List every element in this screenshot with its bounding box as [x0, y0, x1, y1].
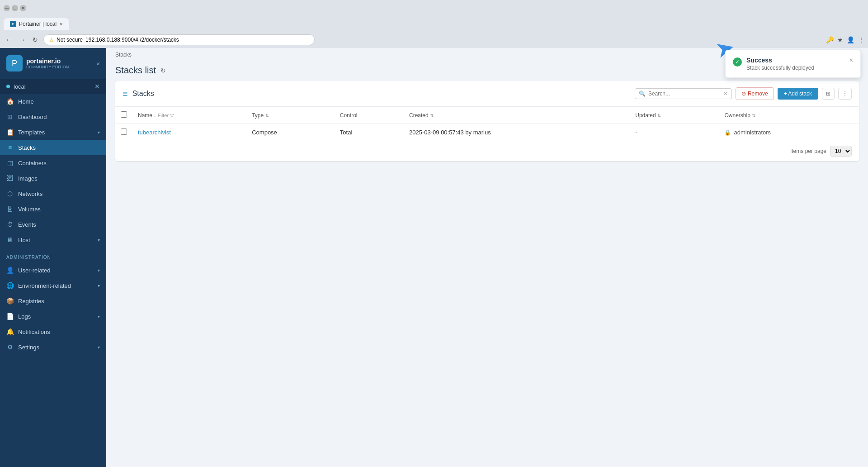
sidebar-item-registries[interactable]: 📦 Registries	[0, 293, 106, 309]
sidebar-item-networks-label: Networks	[18, 191, 100, 197]
toast-close-button[interactable]: ×	[849, 57, 853, 64]
name-filter-button[interactable]: Filter ▽	[158, 113, 174, 119]
sidebar-item-volumes[interactable]: 🗄 Volumes	[0, 201, 106, 217]
environment-icon: 🌐	[6, 282, 14, 289]
more-options-button[interactable]: ⋮	[838, 88, 852, 100]
row-ownership-cell: 🔒 administrators	[719, 124, 859, 141]
stack-name-link[interactable]: tubearchivist	[138, 129, 171, 136]
table-body: tubearchivist Compose Total 2025-03-09 0…	[115, 124, 859, 141]
host-chevron-icon: ▾	[98, 238, 100, 243]
logs-chevron-icon: ▾	[98, 314, 100, 319]
search-clear-icon[interactable]: ✕	[723, 91, 728, 97]
events-icon: ⏱	[6, 221, 14, 228]
logo-subtext: COMMUNITY EDITION	[26, 65, 69, 69]
sidebar-collapse-button[interactable]: «	[96, 60, 100, 67]
th-created-label: Created	[409, 112, 429, 119]
sidebar: P portainer.io COMMUNITY EDITION « local…	[0, 48, 106, 467]
add-stack-button[interactable]: + Add stack	[778, 88, 818, 100]
toast-success-icon: ✓	[733, 57, 742, 67]
sidebar-item-logs[interactable]: 📄 Logs ▾	[0, 309, 106, 324]
sidebar-item-images[interactable]: 🖼 Images	[0, 171, 106, 186]
address-input[interactable]: ⚠ Not secure 192.168.0.188:9000/#!/2/doc…	[43, 34, 315, 45]
sidebar-logo: P portainer.io COMMUNITY EDITION «	[0, 48, 106, 79]
tab-close-icon[interactable]: ✕	[59, 22, 63, 27]
updated-sort-icon[interactable]: ⇅	[657, 113, 661, 118]
window-controls[interactable]: — □ ✕	[4, 5, 26, 11]
sidebar-item-notifications[interactable]: 🔔 Notifications	[0, 324, 106, 339]
row-checkbox-cell	[115, 124, 132, 141]
logs-icon: 📄	[6, 313, 14, 320]
env-close-button[interactable]: ✕	[94, 83, 100, 90]
home-icon: 🏠	[6, 98, 14, 105]
sidebar-item-dashboard[interactable]: ⊞ Dashboard	[0, 109, 106, 124]
sidebar-item-containers[interactable]: ◫ Containers	[0, 155, 106, 171]
stacks-table-card: ≡ Stacks 🔍 ✕ ⊖ Remove	[115, 81, 859, 161]
forward-button[interactable]: →	[17, 34, 27, 45]
reload-button[interactable]: ↻	[31, 34, 40, 45]
profile-icon[interactable]: 👤	[847, 36, 854, 43]
sidebar-item-host[interactable]: 🖥 Host ▾	[0, 232, 106, 248]
sidebar-item-stacks[interactable]: ≡ Stacks	[0, 140, 106, 155]
ownership-sort-icon[interactable]: ⇅	[752, 113, 755, 118]
items-per-page-select[interactable]: 10 25 50	[830, 146, 852, 157]
settings-chevron-icon: ▾	[98, 345, 100, 350]
sidebar-item-logs-label: Logs	[18, 313, 93, 320]
success-toast: ✓ Success Stack successfully deployed ×	[725, 50, 861, 78]
column-settings-button[interactable]: ⊞	[822, 88, 835, 100]
sidebar-item-settings[interactable]: ⚙ Settings ▾	[0, 339, 106, 355]
app-container: P portainer.io COMMUNITY EDITION « local…	[0, 48, 868, 467]
row-name-cell: tubearchivist	[132, 124, 246, 141]
type-sort-icon[interactable]: ⇅	[265, 113, 269, 118]
address-bar: ← → ↻ ⚠ Not secure 192.168.0.188:9000/#!…	[0, 32, 868, 48]
row-control-cell: Total	[335, 124, 404, 141]
th-checkbox	[115, 107, 132, 124]
th-name: Name ↓ Filter ▽	[132, 107, 246, 124]
search-box[interactable]: 🔍 ✕	[635, 88, 732, 99]
sidebar-item-templates[interactable]: 📋 Templates ▾	[0, 124, 106, 140]
tab-title: Portainer | local	[19, 21, 57, 27]
containers-icon: ◫	[6, 159, 14, 167]
sidebar-item-volumes-label: Volumes	[18, 206, 100, 213]
user-related-icon: 👤	[6, 267, 14, 274]
search-input[interactable]	[648, 91, 721, 97]
refresh-button[interactable]: ↻	[160, 67, 166, 74]
sidebar-item-registries-label: Registries	[18, 298, 100, 305]
stacks-data-table: Name ↓ Filter ▽ Type ⇅ Control	[115, 107, 859, 141]
name-sort-icon[interactable]: ↓	[154, 113, 156, 118]
row-checkbox[interactable]	[121, 129, 127, 135]
ownership-icon: 🔒	[724, 129, 731, 136]
th-control: Control	[335, 107, 404, 124]
tab-bar: P Portainer | local ✕	[0, 16, 868, 32]
select-all-checkbox[interactable]	[121, 111, 127, 118]
created-sort-icon[interactable]: ⇅	[430, 113, 434, 118]
row-created-cell: 2025-03-09 00:57:43 by marius	[404, 124, 630, 141]
dashboard-icon: ⊞	[6, 113, 14, 120]
sidebar-item-containers-label: Containers	[18, 160, 100, 167]
items-per-page-label: Items per page	[790, 148, 826, 154]
address-actions: 🔑 ★ 👤 ⋮	[826, 36, 864, 43]
toast-container: ✓ Success Stack successfully deployed ×	[725, 50, 861, 78]
table-title-text: Stacks	[132, 90, 154, 98]
table-title-area: ≡ Stacks	[123, 89, 154, 99]
close-window-button[interactable]: ✕	[20, 5, 26, 11]
settings-icon: ⚙	[6, 343, 14, 351]
browser-tab[interactable]: P Portainer | local ✕	[4, 18, 69, 30]
admin-section-label: Administration	[0, 248, 106, 262]
notifications-icon: 🔔	[6, 328, 14, 335]
menu-icon[interactable]: ⋮	[858, 36, 864, 43]
sidebar-item-environment-related[interactable]: 🌐 Environment-related ▾	[0, 278, 106, 293]
maximize-button[interactable]: □	[12, 5, 18, 11]
sidebar-item-home[interactable]: 🏠 Home	[0, 94, 106, 109]
remove-button[interactable]: ⊖ Remove	[736, 87, 774, 100]
sidebar-item-user-related[interactable]: 👤 User-related ▾	[0, 262, 106, 278]
tab-favicon: P	[10, 21, 16, 27]
password-icon[interactable]: 🔑	[826, 36, 834, 43]
sidebar-item-events[interactable]: ⏱ Events	[0, 217, 106, 232]
minimize-button[interactable]: —	[4, 5, 10, 11]
th-ownership: Ownership ⇅	[719, 107, 859, 124]
bookmark-icon[interactable]: ★	[837, 36, 843, 43]
back-button[interactable]: ←	[4, 34, 14, 45]
sidebar-item-networks[interactable]: ⬡ Networks	[0, 186, 106, 201]
logo-text: portainer.io	[26, 57, 69, 65]
main-content: Stacks Stacks list ↻ ≡ Stacks 🔍 ✕	[106, 48, 868, 467]
